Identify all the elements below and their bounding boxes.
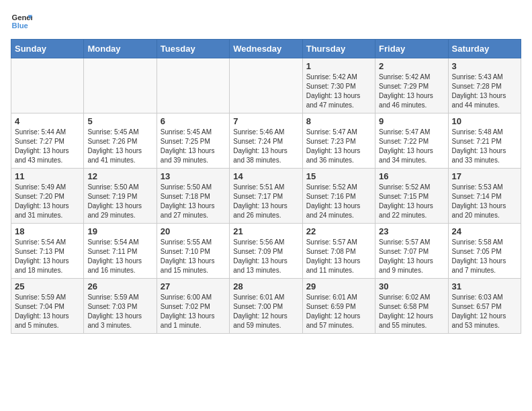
day-info: Sunrise: 5:43 AM Sunset: 7:28 PM Dayligh… [452, 73, 517, 110]
day-info: Sunrise: 5:52 AM Sunset: 7:16 PM Dayligh… [306, 183, 371, 220]
day-info: Sunrise: 5:45 AM Sunset: 7:25 PM Dayligh… [161, 128, 226, 165]
header-cell-thursday: Thursday [302, 40, 375, 58]
header-cell-tuesday: Tuesday [157, 40, 229, 58]
day-cell: 3Sunrise: 5:43 AM Sunset: 7:28 PM Daylig… [448, 58, 521, 113]
day-info: Sunrise: 5:58 AM Sunset: 7:05 PM Dayligh… [452, 238, 517, 275]
logo: General Blue [11, 11, 32, 32]
day-info: Sunrise: 6:03 AM Sunset: 6:57 PM Dayligh… [452, 293, 517, 330]
day-number: 9 [379, 116, 444, 126]
day-number: 30 [379, 281, 444, 291]
day-cell: 31Sunrise: 6:03 AM Sunset: 6:57 PM Dayli… [448, 279, 521, 334]
day-cell: 22Sunrise: 5:57 AM Sunset: 7:08 PM Dayli… [302, 224, 375, 279]
day-info: Sunrise: 5:50 AM Sunset: 7:18 PM Dayligh… [161, 183, 226, 220]
day-cell [157, 58, 229, 113]
day-info: Sunrise: 5:59 AM Sunset: 7:03 PM Dayligh… [87, 293, 152, 330]
day-cell: 12Sunrise: 5:50 AM Sunset: 7:19 PM Dayli… [84, 169, 157, 224]
day-cell: 9Sunrise: 5:47 AM Sunset: 7:22 PM Daylig… [375, 113, 448, 169]
day-info: Sunrise: 6:01 AM Sunset: 7:00 PM Dayligh… [233, 293, 298, 330]
day-number: 27 [161, 281, 226, 291]
day-number: 6 [161, 116, 226, 126]
day-number: 10 [452, 116, 517, 126]
day-cell: 8Sunrise: 5:47 AM Sunset: 7:23 PM Daylig… [302, 113, 375, 169]
day-info: Sunrise: 5:51 AM Sunset: 7:17 PM Dayligh… [233, 183, 298, 220]
day-info: Sunrise: 5:48 AM Sunset: 7:21 PM Dayligh… [452, 128, 517, 165]
day-number: 21 [233, 226, 298, 236]
day-number: 15 [306, 171, 371, 181]
logo-icon: General Blue [11, 11, 32, 32]
header-cell-sunday: Sunday [11, 40, 84, 58]
day-number: 22 [306, 226, 371, 236]
day-number: 17 [452, 171, 517, 181]
day-info: Sunrise: 5:49 AM Sunset: 7:20 PM Dayligh… [15, 183, 80, 220]
day-info: Sunrise: 5:59 AM Sunset: 7:04 PM Dayligh… [15, 293, 80, 330]
day-number: 31 [452, 281, 517, 291]
day-number: 18 [15, 226, 80, 236]
day-cell: 10Sunrise: 5:48 AM Sunset: 7:21 PM Dayli… [448, 113, 521, 169]
day-cell: 17Sunrise: 5:53 AM Sunset: 7:14 PM Dayli… [448, 169, 521, 224]
day-info: Sunrise: 5:54 AM Sunset: 7:13 PM Dayligh… [15, 238, 80, 275]
day-info: Sunrise: 5:57 AM Sunset: 7:08 PM Dayligh… [306, 238, 371, 275]
day-number: 14 [233, 171, 298, 181]
day-cell: 11Sunrise: 5:49 AM Sunset: 7:20 PM Dayli… [11, 169, 84, 224]
week-row-2: 4Sunrise: 5:44 AM Sunset: 7:27 PM Daylig… [11, 113, 521, 169]
day-info: Sunrise: 5:50 AM Sunset: 7:19 PM Dayligh… [87, 183, 152, 220]
day-number: 11 [15, 171, 80, 181]
day-cell: 24Sunrise: 5:58 AM Sunset: 7:05 PM Dayli… [448, 224, 521, 279]
day-cell: 13Sunrise: 5:50 AM Sunset: 7:18 PM Dayli… [157, 169, 229, 224]
week-row-5: 25Sunrise: 5:59 AM Sunset: 7:04 PM Dayli… [11, 279, 521, 334]
day-cell: 20Sunrise: 5:55 AM Sunset: 7:10 PM Dayli… [157, 224, 229, 279]
day-info: Sunrise: 5:53 AM Sunset: 7:14 PM Dayligh… [452, 183, 517, 220]
day-number: 13 [161, 171, 226, 181]
day-cell: 5Sunrise: 5:45 AM Sunset: 7:26 PM Daylig… [84, 113, 157, 169]
day-cell: 18Sunrise: 5:54 AM Sunset: 7:13 PM Dayli… [11, 224, 84, 279]
day-info: Sunrise: 5:44 AM Sunset: 7:27 PM Dayligh… [15, 128, 80, 165]
header-row: SundayMondayTuesdayWednesdayThursdayFrid… [11, 40, 521, 58]
day-cell: 4Sunrise: 5:44 AM Sunset: 7:27 PM Daylig… [11, 113, 84, 169]
day-cell: 1Sunrise: 5:42 AM Sunset: 7:30 PM Daylig… [302, 58, 375, 113]
day-cell: 14Sunrise: 5:51 AM Sunset: 7:17 PM Dayli… [230, 169, 302, 224]
day-number: 5 [87, 116, 152, 126]
day-info: Sunrise: 5:42 AM Sunset: 7:29 PM Dayligh… [379, 73, 444, 110]
day-number: 23 [379, 226, 444, 236]
week-row-3: 11Sunrise: 5:49 AM Sunset: 7:20 PM Dayli… [11, 169, 521, 224]
day-number: 25 [15, 281, 80, 291]
day-cell: 25Sunrise: 5:59 AM Sunset: 7:04 PM Dayli… [11, 279, 84, 334]
day-cell: 27Sunrise: 6:00 AM Sunset: 7:02 PM Dayli… [157, 279, 229, 334]
day-number: 19 [87, 226, 152, 236]
svg-text:Blue: Blue [12, 21, 28, 30]
day-cell: 23Sunrise: 5:57 AM Sunset: 7:07 PM Dayli… [375, 224, 448, 279]
day-info: Sunrise: 5:54 AM Sunset: 7:11 PM Dayligh… [87, 238, 152, 275]
day-cell: 26Sunrise: 5:59 AM Sunset: 7:03 PM Dayli… [84, 279, 157, 334]
day-number: 2 [379, 61, 444, 71]
day-cell: 30Sunrise: 6:02 AM Sunset: 6:58 PM Dayli… [375, 279, 448, 334]
day-cell [230, 58, 302, 113]
day-number: 20 [161, 226, 226, 236]
day-number: 29 [306, 281, 371, 291]
header: General Blue [11, 11, 521, 32]
day-cell: 21Sunrise: 5:56 AM Sunset: 7:09 PM Dayli… [230, 224, 302, 279]
day-info: Sunrise: 6:02 AM Sunset: 6:58 PM Dayligh… [379, 293, 444, 330]
week-row-4: 18Sunrise: 5:54 AM Sunset: 7:13 PM Dayli… [11, 224, 521, 279]
day-number: 16 [379, 171, 444, 181]
day-number: 1 [306, 61, 371, 71]
header-cell-friday: Friday [375, 40, 448, 58]
day-cell: 19Sunrise: 5:54 AM Sunset: 7:11 PM Dayli… [84, 224, 157, 279]
calendar-table: SundayMondayTuesdayWednesdayThursdayFrid… [11, 39, 521, 334]
day-cell: 2Sunrise: 5:42 AM Sunset: 7:29 PM Daylig… [375, 58, 448, 113]
day-info: Sunrise: 5:55 AM Sunset: 7:10 PM Dayligh… [161, 238, 226, 275]
day-info: Sunrise: 5:56 AM Sunset: 7:09 PM Dayligh… [233, 238, 298, 275]
day-cell: 16Sunrise: 5:52 AM Sunset: 7:15 PM Dayli… [375, 169, 448, 224]
header-cell-wednesday: Wednesday [230, 40, 302, 58]
day-number: 3 [452, 61, 517, 71]
day-number: 4 [15, 116, 80, 126]
day-number: 12 [87, 171, 152, 181]
day-cell [11, 58, 84, 113]
svg-text:General: General [12, 13, 32, 21]
day-number: 28 [233, 281, 298, 291]
day-number: 8 [306, 116, 371, 126]
day-number: 24 [452, 226, 517, 236]
day-number: 26 [87, 281, 152, 291]
day-cell [84, 58, 157, 113]
day-info: Sunrise: 5:42 AM Sunset: 7:30 PM Dayligh… [306, 73, 371, 110]
day-info: Sunrise: 6:01 AM Sunset: 6:59 PM Dayligh… [306, 293, 371, 330]
